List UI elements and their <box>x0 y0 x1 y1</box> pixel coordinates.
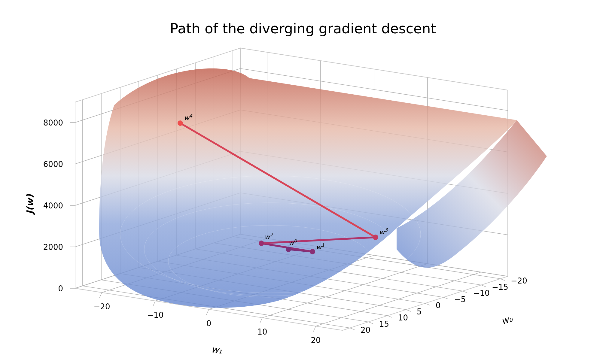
x-tick-label: −10 <box>147 311 164 320</box>
y-tick-label: −20 <box>511 276 527 285</box>
svg-line-60 <box>500 279 505 281</box>
svg-line-67 <box>369 322 373 324</box>
svg-line-57 <box>206 309 209 315</box>
svg-line-55 <box>99 293 102 298</box>
svg-point-46 <box>310 249 315 254</box>
z-axis-label: J(w) <box>25 194 35 216</box>
svg-point-49 <box>178 120 183 126</box>
x-tick-label: 20 <box>311 336 321 345</box>
z-tick-label: 0 <box>58 284 63 293</box>
svg-line-66 <box>388 316 392 317</box>
svg-point-47 <box>259 241 264 246</box>
svg-line-59 <box>313 326 316 332</box>
svg-line-58 <box>260 318 262 323</box>
svg-line-64 <box>425 303 430 305</box>
svg-line-63 <box>444 297 448 299</box>
y-tick-label: 5 <box>417 307 422 316</box>
svg-point-48 <box>373 235 378 240</box>
x-axis-label: w₁ <box>211 344 223 356</box>
z-ticks: 0 2000 4000 6000 8000 <box>43 118 75 293</box>
chart-svg: w0 w1 w2 w3 w4 0 2000 4000 <box>0 0 606 364</box>
z-tick-label: 2000 <box>43 243 63 252</box>
z-tick-label: 6000 <box>43 160 63 169</box>
y-axis-label: w₀ <box>500 313 514 326</box>
y-ticks: −20 −15 −10 −5 0 5 10 15 20 <box>350 276 527 335</box>
y-tick-label: −5 <box>454 295 466 304</box>
svg-line-65 <box>406 310 411 311</box>
z-tick-label: 4000 <box>43 201 63 210</box>
z-tick-label: 8000 <box>43 118 63 127</box>
chart-stage: Path of the diverging gradient descent <box>0 0 606 364</box>
svg-line-68 <box>350 328 355 330</box>
svg-point-45 <box>286 247 291 252</box>
y-tick-label: −15 <box>492 283 508 292</box>
y-tick-label: 10 <box>398 313 408 322</box>
svg-line-61 <box>481 285 486 287</box>
y-tick-label: 20 <box>361 326 370 335</box>
y-tick-label: 15 <box>379 320 389 329</box>
x-tick-label: −20 <box>94 302 110 311</box>
y-tick-label: −10 <box>473 289 490 298</box>
svg-line-62 <box>463 291 467 293</box>
y-tick-label: 0 <box>436 301 441 310</box>
x-tick-label: 0 <box>206 319 212 328</box>
svg-line-56 <box>153 301 155 306</box>
x-tick-label: 10 <box>257 327 267 336</box>
